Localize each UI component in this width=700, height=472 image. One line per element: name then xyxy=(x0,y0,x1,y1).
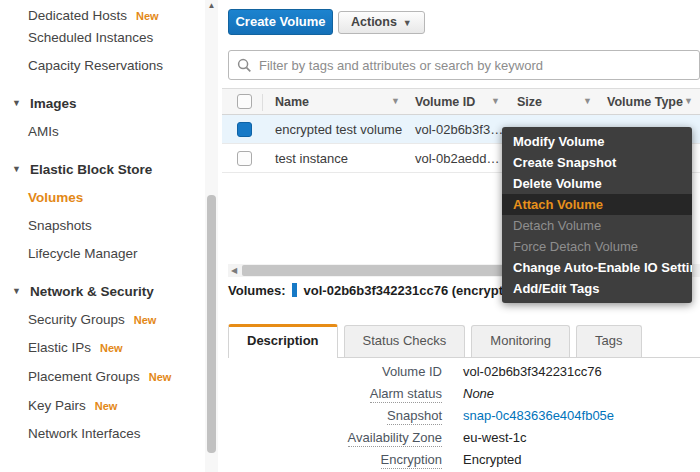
create-volume-button[interactable]: Create Volume xyxy=(228,9,333,35)
sort-icon[interactable]: ▼ xyxy=(491,96,500,106)
tab-description[interactable]: Description xyxy=(228,324,338,358)
detail-label: Availability Zone xyxy=(222,430,442,445)
tab-tags[interactable]: Tags xyxy=(576,325,641,357)
snapshot-link[interactable]: snap-0c483636e404fb05e xyxy=(463,408,614,423)
sidebar-nav: Dedicated HostsNew Scheduled Instances C… xyxy=(0,0,222,472)
detail-volume-id: Volume ID vol-02b6b3f342231cc76 xyxy=(222,364,700,382)
scroll-left-arrow-icon[interactable]: ◀ xyxy=(228,264,240,277)
sidebar-item-dedicated-hosts[interactable]: Dedicated HostsNew xyxy=(0,8,200,23)
cell-volume-id: vol-02b6b3f3… xyxy=(415,122,503,137)
sidebar-item-snapshots[interactable]: Snapshots xyxy=(0,218,200,233)
scroll-up-arrow-icon[interactable]: ▲ xyxy=(205,1,218,10)
detail-label: Volume ID xyxy=(222,364,442,379)
sidebar-scrollbar[interactable]: ▲ xyxy=(205,0,218,472)
cell-volume-id: vol-0b2aedd… xyxy=(415,151,500,166)
cell-name: encrypted test volume xyxy=(275,122,402,137)
column-header-name[interactable]: Name xyxy=(275,95,309,109)
menu-item-create-snapshot[interactable]: Create Snapshot xyxy=(502,152,692,173)
chevron-down-icon: ▼ xyxy=(403,18,412,28)
menu-item-modify-volume[interactable]: Modify Volume xyxy=(502,131,692,152)
sidebar-section-network-security[interactable]: ▼Network & Security xyxy=(0,284,200,299)
sidebar-item-amis[interactable]: AMIs xyxy=(0,124,200,139)
tab-monitoring[interactable]: Monitoring xyxy=(471,325,570,357)
selection-marker xyxy=(292,283,297,297)
detail-encryption: Encryption Encrypted xyxy=(222,452,700,470)
sidebar-item-network-interfaces[interactable]: Network Interfaces xyxy=(0,426,200,441)
new-badge: New xyxy=(134,314,157,326)
horizontal-scrollbar-thumb[interactable] xyxy=(242,265,510,276)
column-divider xyxy=(262,94,263,111)
menu-item-force-detach-volume: Force Detach Volume xyxy=(502,236,692,257)
detail-value: None xyxy=(463,386,494,401)
sidebar-item-placement-groups[interactable]: Placement GroupsNew xyxy=(0,369,200,384)
chevron-down-icon: ▼ xyxy=(12,164,21,174)
search-icon xyxy=(237,58,252,73)
filter-input[interactable] xyxy=(259,58,691,73)
select-all-checkbox[interactable] xyxy=(237,94,252,109)
sidebar-item-elastic-ips[interactable]: Elastic IPsNew xyxy=(0,340,200,355)
sort-icon[interactable]: ▼ xyxy=(391,96,400,106)
sidebar-scrollbar-thumb[interactable] xyxy=(207,195,216,453)
new-badge: New xyxy=(100,342,123,354)
detail-availability-zone: Availability Zone eu-west-1c xyxy=(222,430,700,448)
detail-snapshot: Snapshot snap-0c483636e404fb05e xyxy=(222,408,700,426)
cell-name: test instance xyxy=(275,151,348,166)
detail-label: Alarm status xyxy=(222,386,442,401)
detail-alarm-status: Alarm status None xyxy=(222,386,700,404)
sidebar-section-elastic-block-store[interactable]: ▼Elastic Block Store xyxy=(0,162,200,177)
row-checkbox-checked[interactable] xyxy=(237,122,252,137)
detail-label: Snapshot xyxy=(222,408,442,423)
sidebar-item-scheduled-instances[interactable]: Scheduled Instances xyxy=(0,30,200,45)
sort-icon[interactable]: ▼ xyxy=(684,96,693,106)
detail-value: Encrypted xyxy=(463,452,522,467)
menu-item-delete-volume[interactable]: Delete Volume xyxy=(502,173,692,194)
filter-bar xyxy=(228,50,700,80)
sidebar-section-images[interactable]: ▼Images xyxy=(0,96,200,111)
row-checkbox[interactable] xyxy=(237,151,252,166)
detail-tabs: Description Status Checks Monitoring Tag… xyxy=(228,325,700,358)
selected-volume-text: vol-02b6b3f342231cc76 (encrypt xyxy=(304,283,503,298)
tab-status-checks[interactable]: Status Checks xyxy=(344,325,466,357)
sidebar-item-capacity-reservations[interactable]: Capacity Reservations xyxy=(0,58,200,73)
detail-value: vol-02b6b3f342231cc76 xyxy=(463,364,602,379)
chevron-down-icon: ▼ xyxy=(12,286,21,296)
table-header: Name ▼ Volume ID ▼ Size ▼ Volume Type ▼ xyxy=(222,88,700,115)
selection-prefix: Volumes: xyxy=(228,283,286,298)
sidebar-item-volumes[interactable]: Volumes xyxy=(0,190,200,205)
new-badge: New xyxy=(95,400,118,412)
sidebar-item-lifecycle-manager[interactable]: Lifecycle Manager xyxy=(0,246,200,261)
detail-value: eu-west-1c xyxy=(463,430,527,445)
column-header-volume-type[interactable]: Volume Type xyxy=(607,95,683,109)
new-badge: New xyxy=(136,10,159,22)
volume-context-menu: Modify Volume Create Snapshot Delete Vol… xyxy=(502,127,692,303)
detail-label: Encryption xyxy=(222,452,442,467)
sidebar-item-security-groups[interactable]: Security GroupsNew xyxy=(0,312,200,327)
chevron-down-icon: ▼ xyxy=(12,98,21,108)
menu-item-detach-volume: Detach Volume xyxy=(502,215,692,236)
ec2-console-volumes-page: Dedicated HostsNew Scheduled Instances C… xyxy=(0,0,700,472)
sort-icon[interactable]: ▼ xyxy=(583,96,592,106)
menu-item-attach-volume[interactable]: Attach Volume xyxy=(502,194,692,215)
sidebar-item-key-pairs[interactable]: Key PairsNew xyxy=(0,398,200,413)
column-header-size[interactable]: Size xyxy=(517,95,542,109)
menu-item-add-edit-tags[interactable]: Add/Edit Tags xyxy=(502,278,692,299)
new-badge: New xyxy=(149,371,172,383)
menu-item-change-auto-enable-io[interactable]: Change Auto-Enable IO Setting xyxy=(502,257,692,278)
actions-dropdown-button[interactable]: Actions▼ xyxy=(338,11,425,34)
column-header-volume-id[interactable]: Volume ID xyxy=(415,95,475,109)
selection-status-bar: Volumes:vol-02b6b3f342231cc76 (encrypt xyxy=(228,283,503,299)
